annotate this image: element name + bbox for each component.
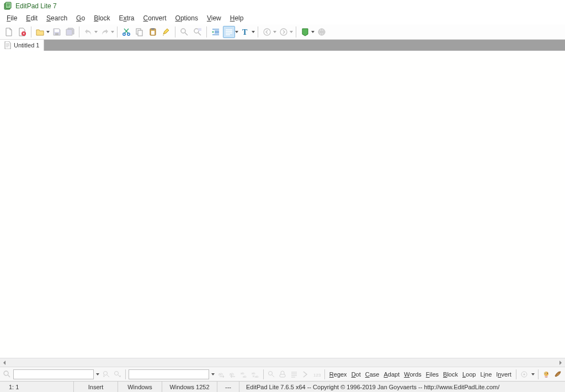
undo-dropdown[interactable]: [94, 26, 98, 38]
toolbar-separator: [175, 26, 175, 37]
search-case-toggle[interactable]: Case: [364, 370, 381, 379]
scroll-right-icon[interactable]: [556, 358, 565, 367]
new-file-button[interactable]: [3, 26, 15, 38]
menu-search[interactable]: Search: [42, 13, 72, 23]
svg-text:ab: ab: [243, 375, 247, 378]
svg-point-36: [547, 373, 548, 374]
close-file-button[interactable]: [16, 26, 28, 38]
nav-forward-button[interactable]: [278, 26, 290, 38]
svg-point-35: [545, 373, 546, 374]
search-dot-toggle[interactable]: Dot: [350, 370, 363, 379]
search-line-toggle[interactable]: Line: [478, 370, 493, 379]
find-prev-button[interactable]: [102, 369, 111, 380]
nav-forward-dropdown[interactable]: [289, 26, 294, 38]
svg-rect-11: [151, 31, 154, 35]
save-button[interactable]: [51, 26, 63, 38]
replace-button-3[interactable]: abab: [239, 369, 249, 380]
search-options-button[interactable]: [519, 369, 529, 380]
highlight-button[interactable]: [160, 26, 172, 38]
menu-view[interactable]: View: [202, 13, 226, 23]
search-separator: [263, 369, 264, 379]
redo-button[interactable]: [99, 26, 111, 38]
status-linebreak[interactable]: Windows: [118, 382, 162, 392]
font-dropdown[interactable]: [251, 26, 255, 38]
replace-button-1[interactable]: ab: [216, 369, 226, 380]
replace-history-dropdown[interactable]: [210, 373, 215, 375]
svg-point-16: [264, 29, 270, 35]
svg-point-6: [127, 33, 130, 35]
svg-point-12: [181, 29, 185, 33]
search-words-toggle[interactable]: Words: [402, 370, 423, 379]
tab-untitled-1[interactable]: Untitled 1: [0, 40, 44, 51]
open-file-button[interactable]: [34, 26, 46, 38]
cut-button[interactable]: [120, 26, 132, 38]
search-files-toggle[interactable]: Files: [424, 370, 440, 379]
text-editor[interactable]: [0, 51, 565, 358]
paste-button[interactable]: [147, 26, 159, 38]
count-matches-button[interactable]: [278, 369, 287, 380]
search-input[interactable]: [13, 369, 94, 379]
menu-block[interactable]: Block: [89, 13, 114, 23]
search-close-button[interactable]: [553, 369, 563, 380]
open-file-dropdown[interactable]: [46, 26, 50, 38]
word-wrap-button[interactable]: [223, 26, 235, 38]
search-loop-toggle[interactable]: Loop: [461, 370, 477, 379]
horizontal-scrollbar[interactable]: [0, 358, 565, 367]
status-bom[interactable]: ---: [217, 382, 239, 392]
search-separator: [538, 369, 539, 379]
search-block-toggle[interactable]: Block: [441, 370, 460, 379]
redo-dropdown[interactable]: [110, 26, 115, 38]
search-separator: [516, 369, 516, 379]
nav-back-dropdown[interactable]: [273, 26, 277, 38]
web-button[interactable]: [316, 26, 328, 38]
word-wrap-dropdown[interactable]: [234, 26, 239, 38]
search-regex-toggle[interactable]: Regex: [328, 370, 349, 379]
svg-text:ab: ab: [255, 375, 259, 378]
svg-rect-29: [280, 374, 285, 377]
replace-button-2[interactable]: ab: [228, 369, 238, 380]
indent-button[interactable]: [210, 26, 222, 38]
search-options-dropdown[interactable]: [530, 373, 535, 375]
menu-edit[interactable]: Edit: [22, 13, 42, 23]
svg-rect-14: [198, 28, 201, 31]
status-insert-mode[interactable]: Insert: [74, 382, 118, 392]
main-toolbar: T: [0, 24, 565, 40]
menu-help[interactable]: Help: [226, 13, 248, 23]
menu-convert[interactable]: Convert: [139, 13, 171, 23]
nav-back-button[interactable]: [261, 26, 273, 38]
status-position[interactable]: 1: 1: [2, 382, 74, 392]
tab-bar: Untitled 1: [0, 40, 565, 51]
search-invert-toggle[interactable]: Invert: [494, 370, 513, 379]
find-replace-button[interactable]: [191, 26, 204, 38]
status-encoding[interactable]: Windows 1252: [162, 382, 217, 392]
replace-all-button[interactable]: abab: [250, 369, 260, 380]
help-dropdown[interactable]: [311, 26, 315, 38]
svg-point-13: [194, 29, 199, 33]
svg-point-5: [123, 33, 125, 35]
search-history-dropdown[interactable]: [95, 373, 100, 375]
menu-file[interactable]: File: [2, 13, 22, 23]
count-button[interactable]: 123: [312, 369, 322, 380]
menu-go[interactable]: Go: [72, 13, 89, 23]
help-button[interactable]: [299, 26, 311, 38]
copy-button[interactable]: [134, 26, 146, 38]
replace-input[interactable]: [129, 369, 209, 379]
status-info: EditPad Lite 7.6.5 x64 -- Copyright © 19…: [239, 382, 563, 392]
find-button[interactable]: [178, 26, 190, 38]
search-favorites-button[interactable]: [541, 369, 551, 380]
toolbar-separator: [117, 26, 118, 37]
svg-text:123: 123: [313, 373, 321, 378]
menu-options[interactable]: Options: [171, 13, 202, 23]
list-matches-button[interactable]: [289, 369, 299, 380]
highlight-matches-button[interactable]: [266, 369, 276, 380]
scroll-left-icon[interactable]: [0, 358, 9, 367]
find-next-button[interactable]: [113, 369, 122, 380]
menu-extra[interactable]: Extra: [115, 13, 139, 23]
search-magnifier-icon[interactable]: [2, 369, 12, 380]
search-adapt-toggle[interactable]: Adapt: [382, 370, 401, 379]
font-button[interactable]: T: [239, 26, 252, 38]
fold-button[interactable]: [300, 369, 310, 380]
save-all-button[interactable]: [64, 26, 76, 38]
svg-point-28: [269, 371, 273, 375]
undo-button[interactable]: [82, 26, 94, 38]
